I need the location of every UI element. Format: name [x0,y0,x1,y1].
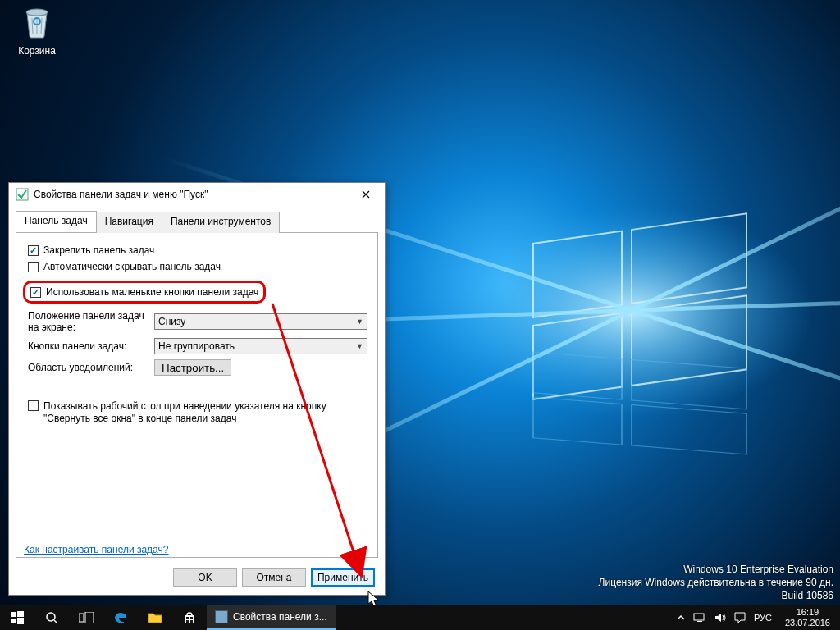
checkbox-autohide[interactable] [28,262,39,272]
label-lock-taskbar: Закрепить панель задач [43,244,154,256]
language-indicator[interactable]: РУС [754,613,772,623]
taskbar-task-properties[interactable]: Свойства панели з... [207,605,336,630]
task-thumb-icon [215,610,228,623]
tab-toolbars[interactable]: Панели инструментов [162,212,280,233]
watermark-line3: Build 10586 [599,589,833,602]
svg-rect-15 [11,612,16,617]
apply-button[interactable]: Применить [311,568,375,587]
clock[interactable]: 16:19 23.07.2016 [780,605,835,630]
tab-navigation[interactable]: Навигация [96,212,162,233]
windows-icon [11,611,24,624]
system-tray: РУС 16:19 23.07.2016 [672,605,840,630]
svg-rect-24 [190,617,193,619]
desktop: Корзина Windows 10 Enterprise Evaluation… [0,0,840,630]
folder-icon [148,611,162,624]
watermark-line1: Windows 10 Enterprise Evaluation [599,563,833,576]
tray-chevron-up-icon[interactable] [677,614,685,622]
task-view-icon [79,612,94,623]
close-icon [362,190,370,199]
checkbox-small-buttons[interactable] [30,287,41,298]
tabs: Панель задач Навигация Панели инструмент… [16,211,378,233]
start-button[interactable] [0,605,34,630]
taskbar: Свойства панели з... РУС 16:19 23.07.201… [0,605,840,630]
close-button[interactable] [352,185,380,203]
label-buttons: Кнопки панели задач: [28,340,154,352]
store-icon [183,611,196,624]
svg-point-19 [47,613,55,621]
checkbox-lock-taskbar[interactable] [28,245,39,256]
recycle-bin-label: Корзина [5,45,69,57]
svg-rect-28 [697,621,702,622]
svg-rect-16 [17,611,24,617]
chevron-down-icon: ▼ [356,317,363,326]
svg-rect-18 [17,618,24,624]
recycle-bin-icon [17,2,57,41]
network-icon[interactable] [693,613,706,623]
label-peek: Показывать рабочий стол при наведении ук… [43,400,355,425]
dialog-title: Свойства панели задач и меню "Пуск" [34,189,347,200]
label-position: Положение панели задач на экране: [28,310,154,333]
search-button[interactable] [34,605,69,630]
watermark-line2: Лицензия Windows действительна в течение… [599,576,833,589]
titlebar[interactable]: Свойства панели задач и меню "Пуск" [9,183,385,206]
customize-notification-button[interactable]: Настроить... [154,359,231,376]
cancel-button[interactable]: Отмена [242,568,306,587]
annotation-highlight: Использовать маленькие кнопки панели зад… [23,281,266,304]
tab-taskbar[interactable]: Панель задач [16,211,97,232]
combo-buttons-value: Не группировать [158,340,235,352]
combo-buttons[interactable]: Не группировать ▼ [154,338,368,354]
recycle-bin[interactable]: Корзина [5,2,69,57]
svg-rect-26 [190,620,193,623]
clock-time: 16:19 [785,607,830,618]
edge-button[interactable] [103,605,138,630]
search-icon [45,611,58,624]
clock-date: 23.07.2016 [785,618,830,628]
help-link[interactable]: Как настраивать панели задач? [24,544,168,555]
svg-rect-25 [186,620,189,623]
svg-line-20 [54,620,57,623]
store-button[interactable] [172,605,207,630]
checkbox-peek[interactable] [28,400,39,411]
label-notification-area: Область уведомлений: [28,362,154,373]
svg-rect-27 [694,614,704,620]
svg-rect-22 [85,612,94,623]
edge-icon [113,610,128,625]
svg-rect-21 [79,614,84,622]
tab-body: Закрепить панель задач Автоматически скр… [16,233,378,558]
file-explorer-button[interactable] [138,605,172,630]
dialog-icon [16,188,29,201]
taskbar-properties-dialog: Свойства панели задач и меню "Пуск" Пане… [8,182,386,596]
dialog-buttons: OK Отмена Применить [173,568,375,587]
windows-watermark: Windows 10 Enterprise Evaluation Лицензи… [599,563,833,602]
combo-position[interactable]: Снизу ▼ [154,313,368,330]
svg-point-12 [26,9,48,16]
action-center-icon[interactable] [734,612,746,623]
ok-button[interactable]: OK [173,568,237,587]
combo-position-value: Снизу [158,316,185,327]
task-label: Свойства панели з... [233,611,327,623]
svg-rect-23 [186,617,189,619]
task-view-button[interactable] [69,605,103,630]
chevron-down-icon: ▼ [356,342,363,350]
volume-icon[interactable] [714,612,726,623]
label-small-buttons: Использовать маленькие кнопки панели зад… [46,286,258,298]
svg-rect-17 [11,619,16,623]
label-autohide: Автоматически скрывать панель задач [43,261,221,272]
